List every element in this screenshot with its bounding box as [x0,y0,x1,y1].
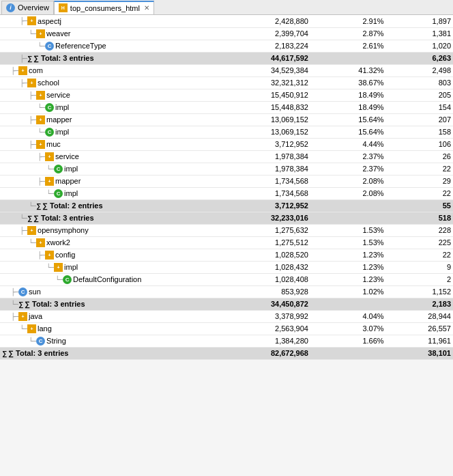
size-cell: 1,734,568 [218,187,310,199]
name-cell: └─∑∑ Total: 2 entries [0,199,218,212]
package-icon: + [36,238,45,247]
name-cell: └─CReferenceType [0,40,218,52]
table-row[interactable]: └─Cimpl1,734,5682.08%22 [0,187,453,199]
table-row[interactable]: ├─+opensymphony1,275,6321.53%228 [0,224,453,236]
size-cell: 34,529,384 [218,64,310,76]
name-cell: └─+lang [0,322,218,335]
size-cell: 82,672,968 [218,347,310,359]
table-row[interactable]: └─+weaver2,399,7042.87%1,381 [0,27,453,40]
table-row[interactable]: └─+lang2,563,9043.07%26,557 [0,322,453,335]
table-row[interactable]: └─CDefaultConfiguration1,028,4081.23%2 [0,273,453,285]
node-label: java [29,312,42,320]
pct-cell: 2.61% [310,40,386,52]
name-cell: ├─+service [0,150,218,163]
name-cell: └─+weaver [0,27,218,40]
node-label: muc [46,140,61,148]
sum-icon: ∑ [36,202,41,210]
node-label: school [38,79,59,87]
tree-connector: └─ [46,190,53,197]
package-icon: + [36,140,45,149]
table-row[interactable]: ├─+muc3,712,9524.44%106 [0,138,453,150]
pct-cell: 1.53% [310,236,386,249]
table-row[interactable]: ├─Csun853,9281.02%1,152 [0,285,453,298]
pct-cell [310,199,386,212]
table-row[interactable]: ├─+java3,378,9924.04%28,944 [0,310,453,322]
table-row[interactable]: └─CReferenceType2,183,2242.61%1,020 [0,40,453,52]
total-label: ∑ Total: 3 entries [33,54,93,62]
pct-cell: 2.08% [310,187,386,199]
tab-top-consumers-label: top_consumers_html [70,4,140,12]
tree-connector: └─ [38,104,44,111]
count-cell: 9 [386,261,453,273]
table-row[interactable]: └─Cimpl13,069,15215.64%158 [0,126,453,138]
node-label: mapper [46,115,72,124]
name-cell: ├─∑∑ Total: 3 entries [0,52,218,64]
size-cell: 2,428,880 [218,15,310,27]
table-row: └─∑∑ Total: 2 entries3,712,95255 [0,199,453,212]
tree-connector: ├─ [29,92,35,99]
package-icon: + [54,263,63,272]
pct-cell: 38.67% [310,76,386,89]
table-row[interactable]: ├─+config1,028,5201.23%22 [0,249,453,261]
count-cell: 803 [386,76,453,89]
table-row[interactable]: ├─+com34,529,38441.32%2,498 [0,64,453,76]
close-icon[interactable]: ✕ [144,4,149,12]
table-row[interactable]: ├─+service15,450,91218.49%205 [0,89,453,101]
table-row[interactable]: ├─+school32,321,31238.67%803 [0,76,453,89]
table-row[interactable]: └─CString1,384,2801.66%11,961 [0,335,453,347]
tab-overview-label: Overview [18,3,49,12]
name-cell: └─+impl [0,261,218,273]
package-icon: + [27,79,36,87]
table-row[interactable]: ├─+service1,978,3842.37%26 [0,150,453,163]
size-cell: 853,928 [218,285,310,298]
name-cell: ├─+aspectj [0,15,218,27]
node-label: mapper [55,177,81,185]
count-cell: 22 [386,187,453,199]
package-icon: + [36,91,45,100]
node-label: impl [64,165,78,173]
tree-connector: ├─ [20,55,27,62]
table-row[interactable]: └─+impl1,028,4321.23%9 [0,261,453,273]
table-row[interactable]: └─Cimpl1,978,3842.37%22 [0,163,453,175]
size-cell: 3,712,952 [218,138,310,150]
node-label: impl [55,128,69,136]
package-icon: + [27,324,36,333]
tab-overview[interactable]: i Overview [1,1,54,14]
table-row[interactable]: └─Cimpl15,448,83218.49%154 [0,101,453,113]
package-icon: + [27,16,36,25]
tree-connector: └─ [55,276,62,283]
size-cell: 2,183,224 [218,40,310,52]
pct-cell: 18.49% [310,101,386,113]
count-cell: 26 [386,150,453,163]
node-label: service [55,152,79,160]
tree-connector: └─ [38,128,44,136]
size-cell: 3,378,992 [218,310,310,322]
package-icon: + [45,177,54,186]
name-cell: ├─Csun [0,285,218,298]
pct-cell: 2.87% [310,27,386,40]
size-cell: 13,069,152 [218,126,310,138]
name-cell: ∑∑ Total: 3 entries [0,347,218,359]
table-row[interactable]: ├─+mapper1,734,5682.08%29 [0,175,453,187]
count-cell: 28,944 [386,310,453,322]
size-cell: 1,028,520 [218,249,310,261]
tab-top-consumers[interactable]: H top_consumers_html ✕ [54,1,154,14]
size-cell: 13,069,152 [218,113,310,126]
count-cell: 2 [386,273,453,285]
name-cell: └─∑∑ Total: 3 entries [0,298,218,310]
count-cell: 1,020 [386,40,453,52]
count-cell: 106 [386,138,453,150]
size-cell: 3,712,952 [218,199,310,212]
package-icon: + [36,29,45,38]
tree-connector: ├─ [29,141,35,148]
node-label: ReferenceType [55,42,106,50]
tab-bar: i Overview H top_consumers_html ✕ [0,0,453,15]
pct-cell: 1.23% [310,261,386,273]
table-row[interactable]: └─+xwork21,275,5121.53%225 [0,236,453,249]
name-cell: └─Cimpl [0,101,218,113]
table-row[interactable]: ├─+aspectj2,428,8802.91%1,897 [0,15,453,27]
name-cell: ├─+config [0,249,218,261]
table-row[interactable]: ├─+mapper13,069,15215.64%207 [0,113,453,126]
package-icon: + [36,115,45,124]
tree-connector: └─ [20,325,27,333]
